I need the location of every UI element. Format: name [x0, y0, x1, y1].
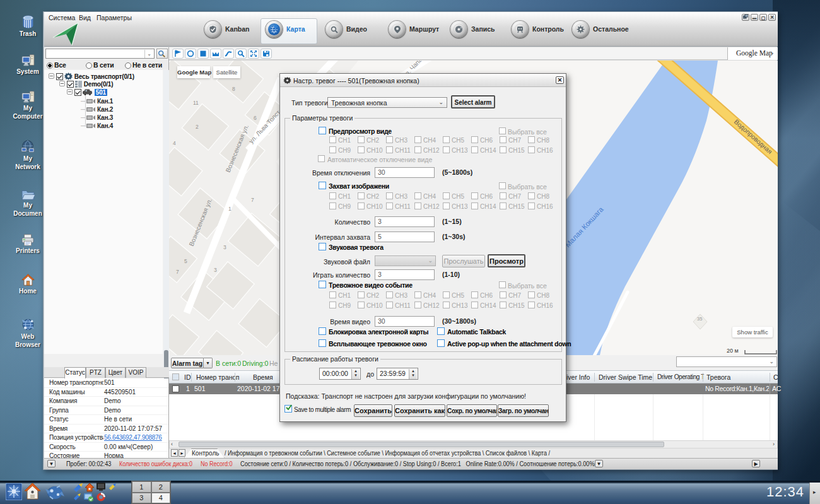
- svg-text:35: 35: [697, 316, 702, 322]
- svg-text:7: 7: [176, 269, 179, 275]
- svg-text:5: 5: [184, 258, 187, 264]
- svg-text:8: 8: [232, 86, 235, 92]
- svg-text:1: 1: [228, 206, 231, 212]
- svg-text:6: 6: [254, 115, 257, 121]
- svg-text:11: 11: [193, 100, 199, 106]
- svg-text:7: 7: [251, 197, 254, 203]
- svg-text:3: 3: [223, 244, 226, 250]
- svg-text:4: 4: [173, 140, 176, 146]
- svg-text:2: 2: [196, 124, 199, 130]
- svg-text:3: 3: [214, 267, 217, 273]
